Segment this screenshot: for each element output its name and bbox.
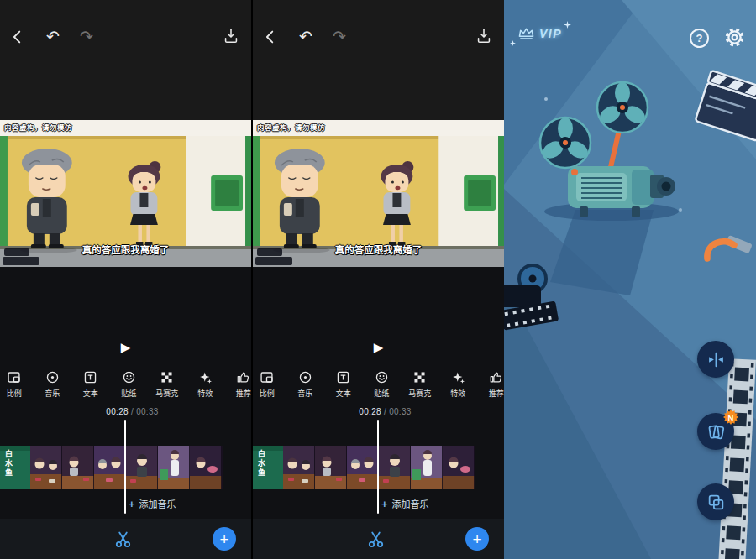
sticker-icon [375,370,389,384]
current-time: 00:28 [106,407,129,416]
editor-toolbar: 比例 音乐 文本 贴纸 马赛克 特效 [0,368,251,406]
timeline-track[interactable]: 白水鱼 [0,446,223,489]
add-music-label: 添加音乐 [139,497,176,510]
add-clip-button[interactable]: + [213,527,236,551]
trim-split-icon [706,350,726,369]
plus-icon: + [472,530,481,548]
mosaic-icon [160,370,174,384]
play-button[interactable]: ▶ [121,341,131,353]
tool-recommend[interactable]: 推荐 [224,368,251,406]
sparkle-icon [564,21,571,29]
export-download-icon [475,27,493,45]
add-music-label: 添加音乐 [392,497,429,510]
tool-text[interactable]: 文本 [71,368,110,406]
tool-effects[interactable]: 特效 [439,368,478,406]
tool-music[interactable]: 音乐 [286,368,325,406]
time-separator: / [381,407,389,416]
tool-sticker[interactable]: 贴纸 [110,368,149,406]
redo-button[interactable]: ↷ [328,25,350,47]
video-preview[interactable]: 内容虚构，请勿模仿 真的答应跟我离婚了 [0,120,251,267]
vip-badge[interactable]: VIP [517,27,562,40]
play-button[interactable]: ▶ [374,341,384,353]
plus-icon: + [381,499,388,509]
tool-music[interactable]: 音乐 [34,368,72,406]
help-button[interactable]: ? [690,29,709,48]
export-download-icon [222,27,240,45]
crown-icon [517,27,535,40]
play-icon: ▶ [121,340,131,354]
timecode: 00:28 / 00:33 [253,407,504,416]
undo-icon: ↶ [46,29,60,44]
home-illustration [504,0,756,559]
current-time: 00:28 [359,407,381,416]
video-preview[interactable]: 内容虚构，请勿模仿 真的答应跟我离婚了 [253,120,504,267]
vip-label: VIP [539,27,562,40]
undo-button[interactable]: ↶ [42,25,64,47]
music-disc-icon [45,370,60,384]
recommend-icon [236,370,250,384]
trim-tool-button[interactable] [697,341,734,378]
ratio-icon [7,370,21,384]
timeline-thumbnails [253,446,475,489]
tool-mosaic[interactable]: 马赛克 [401,368,439,406]
video-editor-panel: ↶ ↷ [253,0,504,559]
playhead[interactable] [124,420,126,514]
add-clip-button[interactable]: + [465,527,489,551]
back-chevron-icon [261,28,280,46]
redo-button[interactable]: ↷ [76,25,97,47]
text-icon [336,370,350,384]
redo-icon: ↷ [80,29,93,44]
cut-button[interactable] [113,529,134,550]
text-icon [83,370,97,384]
time-separator: / [129,407,136,416]
watermark-badge [255,257,292,265]
total-time: 00:33 [136,407,159,416]
timeline-track[interactable]: 白水鱼 [253,446,475,489]
add-music-button[interactable]: + 添加音乐 [129,495,176,512]
templates-cards-icon [706,422,726,441]
tool-text[interactable]: 文本 [324,368,363,406]
back-button[interactable] [7,26,29,48]
tool-ratio[interactable]: 比例 [0,368,34,406]
collage-gallery-icon [706,493,726,512]
export-button[interactable] [220,25,242,47]
back-chevron-icon [8,28,27,46]
gear-icon [724,27,745,48]
plus-icon: + [129,499,135,509]
effects-icon [451,370,465,384]
sticker-icon [122,370,136,384]
ratio-icon [260,370,274,384]
tool-sticker[interactable]: 贴纸 [363,368,402,406]
timeline-thumbnails [0,446,223,489]
redo-icon: ↷ [333,29,346,44]
templates-button[interactable]: N [697,413,734,450]
home-panel: VIP ? N [504,0,756,559]
undo-icon: ↶ [299,29,312,44]
collage-button[interactable] [697,483,734,520]
export-button[interactable] [473,25,495,47]
scissors-icon [113,529,134,550]
add-music-button[interactable]: + 添加音乐 [381,495,429,512]
tool-mosaic[interactable]: 马赛克 [148,368,186,406]
back-button[interactable] [260,26,281,48]
tool-recommend[interactable]: 推荐 [477,368,504,406]
play-icon: ▶ [374,340,384,354]
tool-ratio[interactable]: 比例 [253,368,286,406]
clip-label: 白水鱼 [256,450,265,478]
question-mark-icon: ? [696,32,703,44]
editor-bottombar: + [253,519,504,559]
settings-button[interactable] [723,27,745,49]
total-time: 00:33 [389,407,412,416]
plus-icon: + [219,530,228,548]
tool-effects[interactable]: 特效 [186,368,225,406]
cut-button[interactable] [365,529,386,550]
watermark-badge [3,257,39,265]
watermark-badge [257,248,282,256]
playhead[interactable] [377,420,379,514]
caption-subtitle: 真的答应跟我离婚了 [0,243,251,256]
editor-topbar: ↶ ↷ [253,0,504,76]
caption-disclaimer: 内容虚构，请勿模仿 [4,122,72,132]
effects-icon [198,370,213,384]
undo-button[interactable]: ↶ [295,25,317,47]
music-disc-icon [298,370,312,384]
